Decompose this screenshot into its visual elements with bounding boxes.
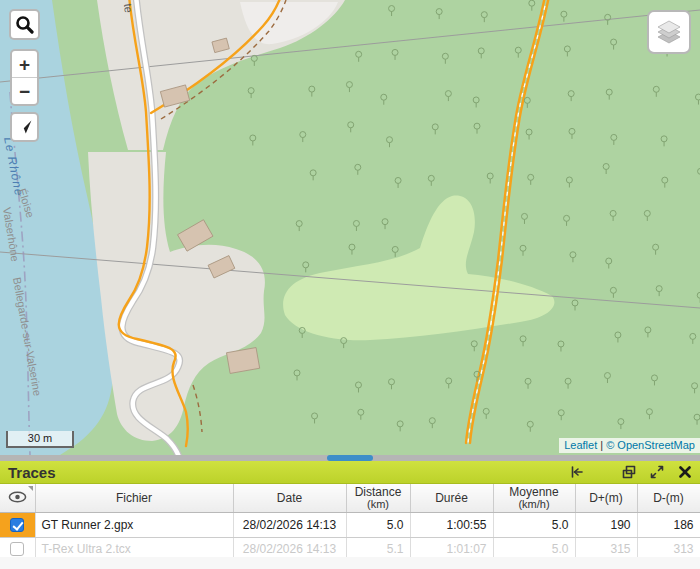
search-button[interactable] xyxy=(9,9,40,40)
trace-checkbox[interactable] xyxy=(10,518,24,532)
column-header-fichier[interactable]: Fichier xyxy=(35,484,233,513)
column-header-date[interactable]: Date xyxy=(233,484,346,513)
trace-checkbox[interactable] xyxy=(10,542,24,556)
file-name-cell[interactable]: GT Runner 2.gpx xyxy=(35,513,233,538)
zoom-out-button[interactable]: − xyxy=(12,77,37,104)
dplus-cell: 190 xyxy=(575,513,637,538)
map-tiles: te Le Rhône Éloise Valserhône Bellegarde… xyxy=(0,0,700,455)
road-name-label: te xyxy=(122,3,135,13)
search-icon xyxy=(15,15,34,34)
panel-header-actions xyxy=(556,465,692,480)
visibility-cell[interactable] xyxy=(0,513,35,538)
traces-panel-header: Traces xyxy=(0,461,700,484)
column-header-dplus[interactable]: D+(m) xyxy=(575,484,637,513)
osm-link[interactable]: © OpenStreetMap xyxy=(606,439,695,451)
column-header-dminus[interactable]: D-(m) xyxy=(637,484,700,513)
table-row[interactable]: GT Runner 2.gpx 28/02/2026 14:13 5.0 1:0… xyxy=(0,513,700,538)
leaflet-link[interactable]: Leaflet xyxy=(564,439,597,451)
date-cell: 28/02/2026 14:13 xyxy=(233,513,346,538)
scale-bar: 30 m xyxy=(6,431,74,448)
dminus-cell: 186 xyxy=(637,513,700,538)
eye-icon xyxy=(8,491,27,503)
zoom-in-button[interactable]: + xyxy=(12,51,37,77)
duration-cell: 1:00:55 xyxy=(410,513,493,538)
zoom-control: + − xyxy=(10,49,39,106)
map-canvas[interactable]: te Le Rhône Éloise Valserhône Bellegarde… xyxy=(0,0,700,455)
locate-arrow-icon xyxy=(17,119,33,135)
layers-icon xyxy=(656,19,682,45)
layers-button[interactable] xyxy=(647,10,691,54)
expand-icon[interactable] xyxy=(649,465,664,480)
column-header-duree[interactable]: Durée xyxy=(410,484,493,513)
sort-indicator xyxy=(28,486,33,491)
traces-table: Fichier Date Distance(km) Durée Moyenne(… xyxy=(0,484,700,560)
dock-left-icon[interactable] xyxy=(569,465,584,480)
column-header-distance[interactable]: Distance(km) xyxy=(346,484,410,513)
attribution-divider: | xyxy=(600,439,603,451)
close-icon[interactable] xyxy=(677,465,692,480)
popup-window-icon[interactable] xyxy=(621,465,636,480)
panel-footer-space xyxy=(0,557,700,569)
visibility-column-header[interactable] xyxy=(0,484,35,513)
map-attribution: Leaflet | © OpenStreetMap xyxy=(559,438,700,453)
locate-button[interactable] xyxy=(10,112,39,142)
column-header-moyenne[interactable]: Moyenne(km/h) xyxy=(493,484,575,513)
distance-cell: 5.0 xyxy=(346,513,410,538)
panel-title: Traces xyxy=(8,464,56,481)
table-header-row: Fichier Date Distance(km) Durée Moyenne(… xyxy=(0,484,700,513)
average-cell: 5.0 xyxy=(493,513,575,538)
